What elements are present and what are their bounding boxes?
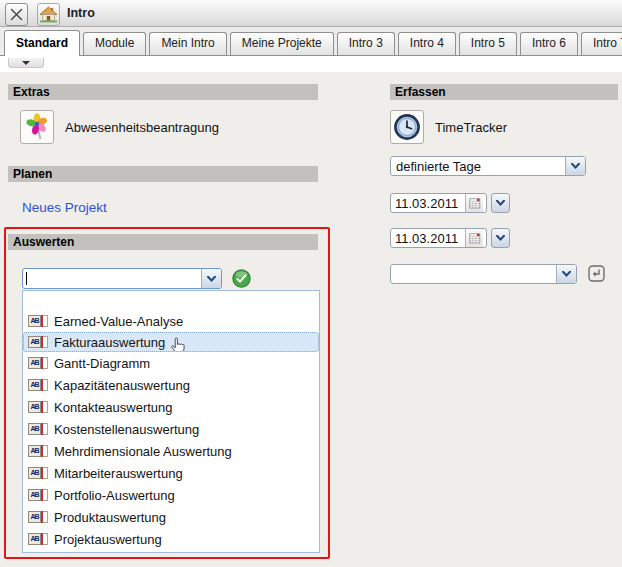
text-option-icon: AB [28, 489, 48, 501]
collapse-handle[interactable] [8, 58, 44, 68]
option-label: Kontakteauswertung [54, 400, 173, 415]
clock-icon [393, 113, 421, 141]
collapse-icon [22, 61, 30, 65]
tab-intro-7[interactable]: Intro 7 [581, 32, 622, 55]
text-option-icon: AB [28, 467, 48, 479]
neues-projekt-link[interactable]: Neues Projekt [22, 200, 107, 215]
option-label: Projektauswertung [54, 532, 162, 547]
dropdown-option-blank[interactable] [23, 291, 319, 310]
dropdown-option[interactable]: ABProjektauswertung [23, 528, 319, 550]
abwesenheit-button[interactable] [20, 110, 54, 144]
tab-intro-4[interactable]: Intro 4 [398, 32, 456, 55]
text-option-icon: AB [28, 315, 48, 327]
report-select[interactable] [390, 264, 577, 284]
text-option-icon: AB [28, 357, 48, 369]
option-label: Fakturaauswertung [54, 335, 165, 350]
auswerten-dropdown-button[interactable] [201, 269, 221, 288]
calendar-icon [469, 197, 481, 209]
dropdown-option[interactable]: ABFakturaauswertung [23, 332, 319, 352]
auswerten-combobox-input[interactable] [23, 269, 201, 288]
tab-mein-intro[interactable]: Mein Intro [149, 32, 226, 55]
date-to-dropdown-button[interactable] [491, 228, 510, 248]
dropdown-option[interactable]: ABMitarbeiterauswertung [23, 462, 319, 484]
chevron-down-icon [562, 271, 571, 277]
confirm-button[interactable] [232, 269, 251, 288]
date-from-calendar-button[interactable] [465, 194, 483, 212]
option-label: Gantt-Diagramm [54, 356, 150, 371]
text-option-icon: AB [28, 401, 48, 413]
period-select-value: definierte Tage [391, 157, 565, 175]
text-option-icon: AB [28, 336, 48, 348]
report-select-value [391, 265, 556, 283]
close-button[interactable] [5, 3, 28, 26]
text-option-icon: AB [28, 533, 48, 545]
option-label: Portfolio-Auswertung [54, 488, 175, 503]
period-select-button[interactable] [565, 157, 585, 175]
pinwheel-icon [24, 113, 50, 141]
tab-standard[interactable]: Standard [4, 30, 80, 56]
erfassen-item-timetracker[interactable]: TimeTracker [390, 110, 507, 144]
report-select-row [390, 263, 607, 284]
chevron-down-icon [207, 276, 216, 282]
auswerten-combobox[interactable] [22, 268, 222, 289]
date-from-row [390, 193, 510, 213]
text-option-icon: AB [28, 511, 48, 523]
tab-intro-5[interactable]: Intro 5 [459, 32, 517, 55]
date-from-field[interactable] [390, 193, 487, 213]
tab-module[interactable]: Module [83, 32, 146, 55]
timetracker-button[interactable] [390, 110, 424, 144]
timetracker-label: TimeTracker [435, 120, 507, 135]
date-from-input[interactable] [391, 194, 465, 212]
dropdown-option[interactable]: ABProduktauswertung [23, 506, 319, 528]
dropdown-option[interactable]: ABKostenstellenauswertung [23, 418, 319, 440]
home-icon [39, 6, 58, 23]
dropdown-option[interactable]: ABEarned-Value-Analyse [23, 310, 319, 332]
dropdown-option[interactable]: ABKapazitätenauswertung [23, 374, 319, 396]
dropdown-option[interactable]: ABKontakteauswertung [23, 396, 319, 418]
tab-intro-3[interactable]: Intro 3 [337, 32, 395, 55]
close-icon [10, 8, 23, 21]
date-to-input[interactable] [391, 229, 465, 247]
home-button[interactable] [37, 3, 60, 26]
page-title: Intro [67, 0, 95, 26]
option-label: Produktauswertung [54, 510, 166, 525]
window-title-bar: Intro [0, 0, 622, 27]
option-label: Mitarbeiterauswertung [54, 466, 183, 481]
report-select-button[interactable] [556, 265, 576, 283]
period-select[interactable]: definierte Tage [390, 156, 586, 176]
abwesenheit-label: Abwesenheitsbeantragung [65, 120, 219, 135]
chevron-down-icon [496, 200, 505, 206]
option-label: Earned-Value-Analyse [54, 314, 183, 329]
chevron-down-icon [571, 163, 580, 169]
dropdown-option[interactable]: ABGantt-Diagramm [23, 352, 319, 374]
section-header-planen: Planen [8, 166, 318, 182]
link-row: Neues Projekt [22, 198, 107, 216]
date-to-row [390, 228, 510, 248]
option-label: Kapazitätenauswertung [54, 378, 190, 393]
tab-bar: StandardModuleMein IntroMeine ProjekteIn… [0, 27, 622, 56]
section-header-auswerten: Auswerten [8, 234, 318, 250]
enter-icon [586, 263, 607, 284]
open-report-button[interactable] [586, 263, 607, 284]
section-header-extras: Extras [8, 84, 318, 100]
date-to-field[interactable] [390, 228, 487, 248]
tab-content-strip [0, 56, 622, 72]
app-window: Intro StandardModuleMein IntroMeine Proj… [0, 0, 622, 567]
option-label: Kostenstellenauswertung [54, 422, 199, 437]
tab-meine-projekte[interactable]: Meine Projekte [230, 32, 334, 55]
date-to-calendar-button[interactable] [465, 229, 483, 247]
option-label: Mehrdimensionale Auswertung [54, 444, 232, 459]
text-option-icon: AB [28, 445, 48, 457]
date-from-dropdown-button[interactable] [491, 193, 510, 213]
confirm-check-icon [232, 269, 251, 288]
text-caret [26, 272, 27, 285]
extras-item-abwesenheit[interactable]: Abwesenheitsbeantragung [20, 110, 219, 144]
text-option-icon: AB [28, 423, 48, 435]
dropdown-option-list: ABEarned-Value-AnalyseABFakturaauswertun… [22, 290, 320, 553]
tab-intro-6[interactable]: Intro 6 [520, 32, 578, 55]
highlight-annotation-box: Auswerten ABEarned-Value-AnalyseABFaktur… [4, 227, 330, 559]
dropdown-option[interactable]: ABMehrdimensionale Auswertung [23, 440, 319, 462]
chevron-down-icon [496, 235, 505, 241]
dropdown-option[interactable]: ABPortfolio-Auswertung [23, 484, 319, 506]
calendar-icon [469, 232, 481, 244]
